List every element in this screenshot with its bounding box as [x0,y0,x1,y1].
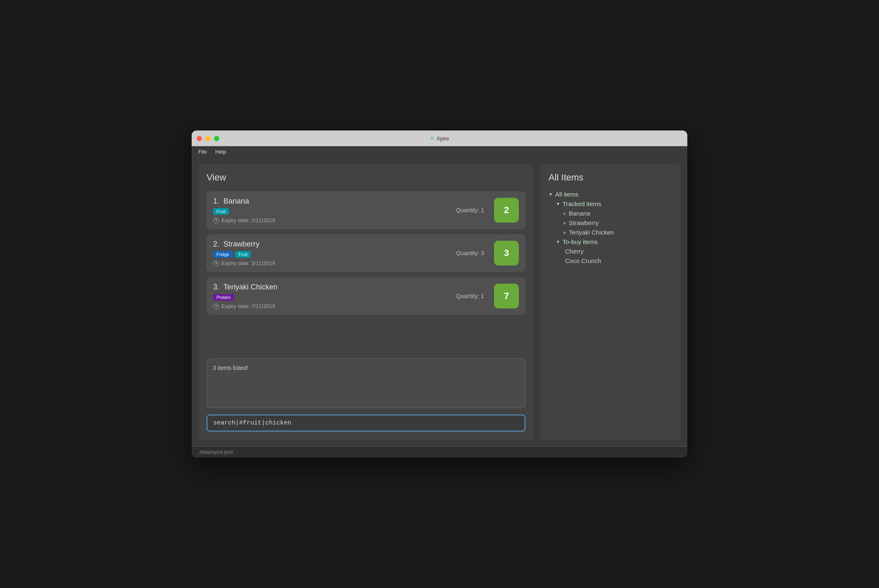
tree-tracked-items[interactable]: ▼ Tracked items [556,199,672,209]
label-banana: Banana [569,210,590,217]
item-quantity-teriyaki: Quantity: 1 [456,293,484,299]
main-content: View 1. Banana Fruit Expiry date: 2/11/2… [192,157,687,446]
tree-leaf-teriyaki[interactable]: ▶ Teriyaki Chicken [563,228,672,237]
window-title: ✕ Xpire [430,135,449,142]
quantity-badge-teriyaki: 7 [494,284,519,308]
tag-fruit: Fruit [213,208,229,215]
tree-leaf-banana[interactable]: ▶ Banana [563,209,672,218]
item-tags-teriyaki: Protein [213,294,451,301]
output-text: 3 items listed! [213,365,248,371]
item-card-strawberry: 2. Strawberry Fridge Fruit Expiry date: … [207,234,525,272]
item-expiry-teriyaki: Expiry date: 7/11/2019 [213,303,451,309]
item-info-banana: 1. Banana Fruit Expiry date: 2/11/2019 [213,197,451,223]
tobuy-item-cocogrunch[interactable]: Coco Crunch [565,256,672,266]
label-cherry: Cherry [565,248,584,255]
arrow-tobuy: ▼ [556,239,560,244]
tree-all-items[interactable]: ▼ All items [549,190,672,199]
tag-fridge: Fridge [213,251,233,258]
tag-protein: Protein [213,294,234,301]
arrow-teriyaki: ▶ [563,230,566,235]
item-info-strawberry: 2. Strawberry Fridge Fruit Expiry date: … [213,240,451,266]
item-name-banana: 1. Banana [213,197,451,206]
command-input[interactable] [207,415,525,432]
label-tracked: Tracked items [563,200,601,207]
item-tags-banana: Fruit [213,208,451,215]
view-panel: View 1. Banana Fruit Expiry date: 2/11/2… [198,164,534,440]
tree-leaf-strawberry[interactable]: ▶ Strawberry [563,218,672,228]
item-name-strawberry: 2. Strawberry [213,240,451,249]
allitems-title: All Items [549,172,672,183]
statusbar-text: ./data/xpire.json [198,449,233,455]
label-all-items: All items [555,191,579,198]
app-window: ✕ Xpire File Help View 1. Banana Fruit [192,130,687,458]
arrow-all-items: ▼ [549,192,553,197]
minimize-button[interactable] [205,136,211,141]
close-button[interactable] [197,136,202,141]
view-panel-title: View [207,172,525,183]
traffic-lights [197,136,219,141]
menu-file[interactable]: File [198,149,207,155]
arrow-strawberry: ▶ [563,221,566,225]
item-quantity-banana: Quantity: 1 [456,207,484,213]
item-tags-strawberry: Fridge Fruit [213,251,451,258]
tobuy-item-cherry[interactable]: Cherry [565,247,672,256]
item-expiry-strawberry: Expiry date: 3/11/2019 [213,260,451,266]
arrow-banana: ▶ [563,211,566,216]
arrow-tracked: ▼ [556,202,560,206]
label-teriyaki: Teriyaki Chicken [569,229,614,236]
tree-children-tobuy: Cherry Coco Crunch [563,247,672,266]
tree-children-root: ▼ Tracked items ▶ Banana ▶ Strawberry [556,199,672,266]
quantity-badge-banana: 2 [494,198,519,223]
titlebar: ✕ Xpire [192,130,687,146]
tree-children-tracked: ▶ Banana ▶ Strawberry ▶ Teriyaki Chicken [563,209,672,237]
item-quantity-strawberry: Quantity: 3 [456,250,484,256]
app-title: Xpire [437,135,449,142]
label-strawberry: Strawberry [569,219,599,226]
app-icon: ✕ [430,135,434,141]
item-name-teriyaki: 3. Teriyaki Chicken [213,283,451,292]
item-card-teriyaki: 3. Teriyaki Chicken Protein Expiry date:… [207,277,525,315]
label-cocogrunch: Coco Crunch [565,257,601,264]
clock-icon [213,218,219,223]
tag-fruit-2: Fruit [235,251,251,258]
menu-help[interactable]: Help [215,149,226,155]
maximize-button[interactable] [214,136,219,141]
item-card-banana: 1. Banana Fruit Expiry date: 2/11/2019 Q… [207,191,525,229]
tree-tobuy-items[interactable]: ▼ To-buy items [556,237,672,247]
item-expiry-banana: Expiry date: 2/11/2019 [213,217,451,223]
menubar: File Help [192,146,687,157]
item-info-teriyaki: 3. Teriyaki Chicken Protein Expiry date:… [213,283,451,309]
quantity-badge-strawberry: 3 [494,241,519,266]
label-tobuy: To-buy items [563,238,598,245]
allitems-panel: All Items ▼ All items ▼ Tracked items [540,164,681,440]
output-area: 3 items listed! [207,358,525,408]
clock-icon-3 [213,303,219,309]
statusbar: ./data/xpire.json [192,446,687,458]
clock-icon-2 [213,261,219,266]
tree-root: ▼ All items ▼ Tracked items ▶ Banana [549,190,672,266]
command-input-wrapper [207,415,525,432]
